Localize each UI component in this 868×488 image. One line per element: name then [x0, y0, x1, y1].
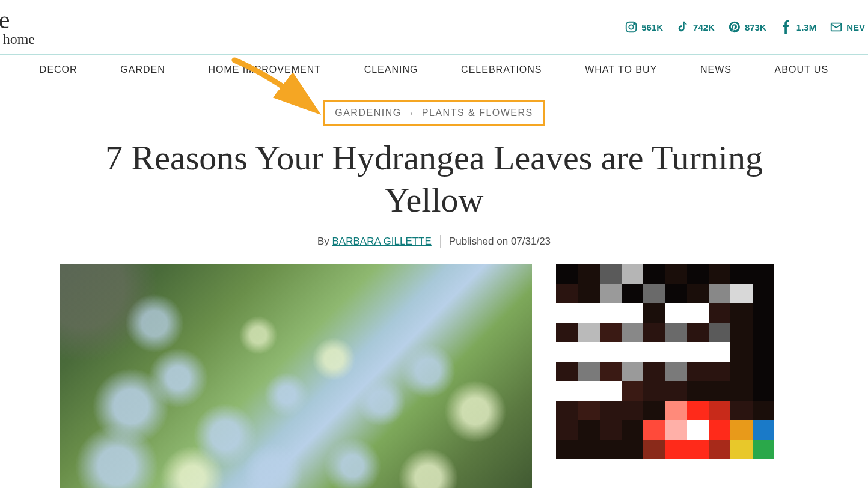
svg-point-2 — [634, 23, 635, 25]
social-count: 1.3M — [796, 22, 816, 32]
nav-what-to-buy[interactable]: WHAT TO BUY — [579, 55, 663, 85]
nav-news[interactable]: NEWS — [694, 55, 738, 85]
header: uce best home 561K 742K 873K 1.3M NEV — [0, 0, 868, 54]
social-tiktok[interactable]: 742K — [676, 20, 715, 34]
nav-garden[interactable]: GARDEN — [114, 55, 171, 85]
social-instagram[interactable]: 561K — [625, 20, 663, 34]
social-count: 742K — [693, 22, 715, 32]
byline: By BARBARA GILLETTE Published on 07/31/2… — [0, 235, 868, 248]
mail-icon — [830, 20, 843, 34]
social-count: 873K — [745, 22, 766, 32]
by-label: By — [317, 236, 329, 247]
author-link[interactable]: BARBARA GILLETTE — [332, 236, 432, 247]
breadcrumb-container: GARDENING › PLANTS & FLOWERS — [0, 100, 868, 126]
nav-about-us[interactable]: ABOUT US — [769, 55, 835, 85]
site-logo[interactable]: uce best home — [0, 7, 35, 47]
breadcrumb-plants-flowers[interactable]: PLANTS & FLOWERS — [422, 108, 533, 118]
published-info: Published on 07/31/23 — [449, 236, 551, 248]
published-date: 07/31/23 — [511, 236, 551, 247]
logo-text: uce — [0, 7, 35, 32]
social-newsletter[interactable]: NEV — [830, 20, 865, 34]
tiktok-icon — [676, 20, 689, 34]
instagram-icon — [625, 20, 638, 34]
hero-image — [60, 264, 532, 488]
nav-decor[interactable]: DECOR — [34, 55, 84, 85]
chevron-right-icon: › — [410, 108, 414, 118]
nav-home-improvement[interactable]: HOME IMPROVEMENT — [202, 55, 327, 85]
social-facebook[interactable]: 1.3M — [780, 20, 816, 34]
breadcrumb-gardening[interactable]: GARDENING — [335, 108, 401, 118]
byline-separator — [440, 235, 441, 248]
social-count: 561K — [641, 22, 663, 32]
pinterest-icon — [728, 20, 741, 34]
breadcrumb: GARDENING › PLANTS & FLOWERS — [323, 100, 545, 126]
logo-tagline: best home — [0, 31, 35, 47]
nav-cleaning[interactable]: CLEANING — [358, 55, 424, 85]
nav-celebrations[interactable]: CELEBRATIONS — [455, 55, 548, 85]
social-links: 561K 742K 873K 1.3M NEV — [625, 20, 868, 34]
social-label: NEV — [846, 22, 865, 32]
published-label: Published on — [449, 236, 508, 247]
facebook-icon — [780, 20, 793, 34]
main-nav: DECOR GARDEN HOME IMPROVEMENT CLEANING C… — [0, 54, 868, 85]
svg-point-1 — [629, 25, 634, 29]
article-title: 7 Reasons Your Hydrangea Leaves are Turn… — [103, 137, 765, 221]
sidebar-ad[interactable] — [556, 264, 774, 459]
byline-author: By BARBARA GILLETTE — [317, 236, 432, 248]
article-content — [0, 264, 868, 488]
social-pinterest[interactable]: 873K — [728, 20, 766, 34]
